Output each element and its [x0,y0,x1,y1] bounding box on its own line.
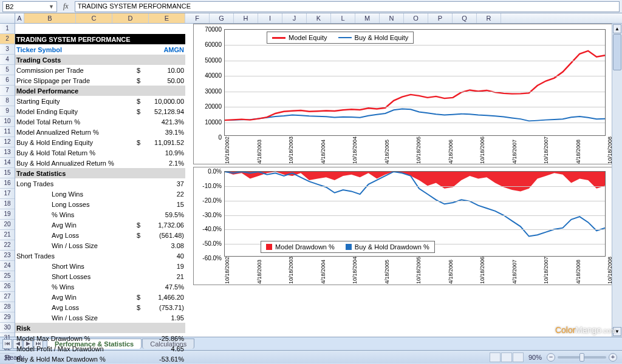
data-row: Avg Win$1,466.20 [15,292,185,302]
row-header[interactable]: 24 [0,261,15,271]
cell-grid[interactable]: TRADING SYSTEM PERFORMANCETicker SymbolA… [15,24,622,337]
row-header[interactable]: 2 [0,34,15,44]
data-row: Buy & Hold Total Return %10.9% [15,147,185,158]
name-box[interactable]: B2▼ [2,1,57,12]
data-row: TRADING SYSTEM PERFORMANCE [15,34,185,44]
data-row: Model Ending Equity$52,128.94 [15,106,185,116]
data-row: Avg Loss$(561.48) [15,230,185,240]
row-header[interactable]: 10 [0,116,15,127]
watermark: ColorMango.com [555,325,616,335]
formula-bar: B2▼ fx TRADING SYSTEM PERFORMANCE [0,0,622,13]
column-header[interactable]: Q [453,13,477,23]
zoom-slider[interactable]: − + [547,353,617,362]
view-buttons [490,352,524,362]
row-headers: 1234567891011121314151617181920212223242… [0,24,15,337]
row-header[interactable]: 14 [0,158,15,168]
tab-first-button[interactable]: ⏮ [2,339,12,349]
row-header[interactable]: 16 [0,178,15,189]
data-row: Model Annualized Return %39.1% [15,127,185,137]
data-row: Avg Loss$(753.71) [15,302,185,312]
zoom-out-button[interactable]: − [547,353,555,362]
row-header[interactable]: 28 [0,302,15,312]
column-header[interactable]: G [210,13,234,23]
zoom-level: 90% [528,354,542,361]
data-row: Buy & Hold Max Drawdown %-53.61% [15,354,185,364]
data-row: Avg Win$1,732.06 [15,220,185,230]
row-header[interactable]: 3 [0,44,15,55]
column-header[interactable]: M [355,13,380,23]
data-row: Short Trades40 [15,251,185,261]
row-header[interactable]: 22 [0,240,15,251]
row-header[interactable]: 27 [0,292,15,302]
column-header[interactable]: J [282,13,307,23]
row-header[interactable]: 20 [0,220,15,230]
row-header[interactable]: 19 [0,209,15,220]
data-row: % Wins59.5% [15,209,185,220]
page-break-view-button[interactable] [513,352,524,362]
row-header[interactable]: 9 [0,106,15,116]
data-row: Short Wins19 [15,261,185,271]
data-row: % Wins47.5% [15,281,185,292]
column-header[interactable]: L [331,13,355,23]
column-header[interactable]: B [24,13,76,23]
row-header[interactable]: 25 [0,271,15,281]
row-header[interactable]: 30 [0,323,15,333]
data-row: Price Slippage per Trade$50.00 [15,75,185,86]
row-header[interactable]: 17 [0,189,15,199]
column-header[interactable]: N [380,13,404,23]
data-row: Long Losses15 [15,199,185,209]
row-header[interactable]: 6 [0,75,15,86]
fx-icon[interactable]: fx [60,2,72,11]
data-row: Model Max Drawdown %-25.86% [15,333,185,343]
row-header[interactable]: 7 [0,86,15,96]
page-layout-view-button[interactable] [501,352,512,362]
data-row: Short Losses21 [15,271,185,281]
zoom-in-button[interactable]: + [609,353,617,362]
column-header[interactable]: D [112,13,149,23]
column-header[interactable]: K [307,13,331,23]
column-header[interactable]: F [185,13,210,23]
data-row: Win / Loss Size1.95 [15,312,185,323]
normal-view-button[interactable] [490,352,501,362]
row-header[interactable]: 11 [0,127,15,137]
vertical-scrollbar[interactable]: ▲ ▼ [612,24,622,337]
column-header[interactable]: A [15,13,24,23]
data-row: Buy & Hold Ending Equity$11,091.52 [15,137,185,147]
data-row: Starting Equity$10,000.00 [15,96,185,106]
chart-legend: Model Drawdown % Buy & Hold Drawdown % [261,241,435,253]
data-row: Model Profit / Max Drawdown4.65 [15,343,185,354]
formula-input[interactable]: TRADING SYSTEM PERFORMANCE [75,1,620,12]
column-header[interactable]: H [234,13,258,23]
row-header[interactable]: 12 [0,137,15,147]
row-header[interactable]: 4 [0,55,15,65]
column-header[interactable]: P [428,13,453,23]
column-header[interactable]: I [258,13,282,23]
select-all-corner[interactable] [0,13,15,23]
scroll-thumb[interactable] [613,34,621,70]
drawdown-chart[interactable]: 0.0%-10.0%-20.0%-30.0%-40.0%-50.0%-60.0%… [193,167,612,285]
row-header[interactable]: 29 [0,312,15,323]
column-headers: ABCDEFGHIJKLMNOPQR [0,13,622,24]
row-header[interactable]: 21 [0,230,15,240]
data-row: Long Wins22 [15,189,185,199]
equity-chart[interactable]: Model Equity Buy & Hold Equity 010000200… [193,24,612,164]
row-header[interactable]: 13 [0,147,15,158]
data-row: Model Total Return %421.3% [15,116,185,127]
row-header[interactable]: 5 [0,65,15,75]
row-header[interactable]: 8 [0,96,15,106]
row-header[interactable]: 26 [0,281,15,292]
column-header[interactable]: E [149,13,185,23]
data-row: Ticker SymbolAMGN [15,44,185,55]
row-header[interactable]: 18 [0,199,15,209]
data-row: Commission per Trade$10.00 [15,65,185,75]
column-header[interactable]: C [76,13,112,23]
data-table: TRADING SYSTEM PERFORMANCETicker SymbolA… [15,24,185,364]
column-header[interactable]: O [404,13,428,23]
data-row: Model Performance [15,86,185,96]
row-header[interactable]: 23 [0,251,15,261]
scroll-up-button[interactable]: ▲ [613,24,621,33]
column-header[interactable]: R [477,13,501,23]
row-header[interactable]: 1 [0,24,15,34]
data-row: Trade Statistics [15,168,185,178]
row-header[interactable]: 15 [0,168,15,178]
